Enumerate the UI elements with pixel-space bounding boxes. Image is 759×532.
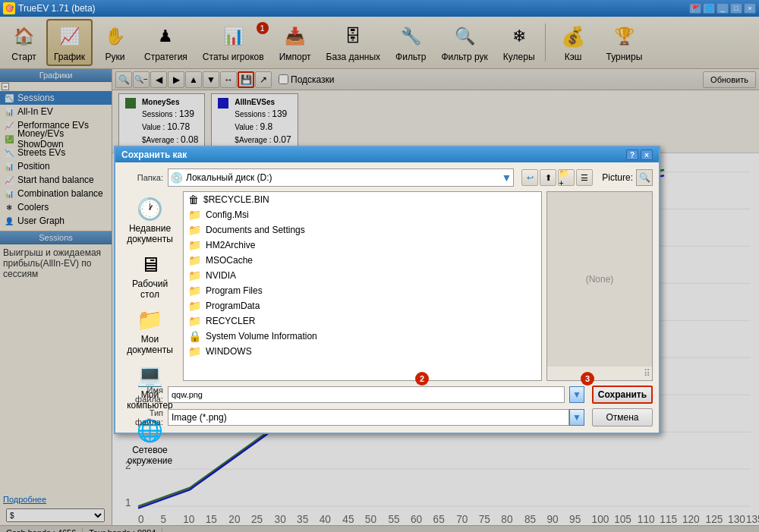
window-flag-icon: 🚩	[689, 3, 701, 14]
cancel-btn[interactable]: Отмена	[592, 408, 653, 427]
shortcut-desktop-label: Рабочий стол	[126, 279, 175, 300]
folder-icon: 📁	[188, 209, 201, 221]
dialog-overlay: Сохранить как ? × Папка: 💿 Локальный дис…	[0, 17, 759, 532]
picture-search-btn[interactable]: 🔍	[636, 169, 653, 186]
title-bar: 🎯 TrueEV 1.71 (beta) 🚩 🌐 _ □ ×	[0, 0, 759, 17]
list-item[interactable]: 📁WINDOWS	[184, 344, 541, 359]
window-controls: 🚩 🌐 _ □ ×	[689, 3, 756, 14]
picture-none-label: (None)	[586, 274, 614, 285]
folder-new[interactable]: 📁+	[558, 169, 575, 186]
list-item[interactable]: 🗑$RECYCLE.BIN	[184, 192, 541, 207]
list-item[interactable]: 📁MSOCache	[184, 253, 541, 268]
picture-panel: (None) ⠿	[546, 191, 653, 381]
folder-dropdown[interactable]: 💿 Локальный диск (D:) ▼	[168, 168, 514, 187]
shortcut-my-docs[interactable]: 📁 Мои документы	[124, 305, 177, 357]
folder-prog-icon: 📁	[188, 285, 201, 297]
list-item[interactable]: 📁Program Files	[184, 283, 541, 298]
list-item[interactable]: 📁Documents and Settings	[184, 222, 541, 238]
list-item[interactable]: 📁NVIDIA	[184, 268, 541, 283]
filename-dropdown-btn[interactable]: ▼	[569, 386, 584, 403]
list-item[interactable]: 📁Config.Msi	[184, 207, 541, 222]
save-btn[interactable]: Сохранить	[592, 386, 653, 404]
folder-dropdown-arrow: ▼	[501, 172, 512, 184]
folder-label: Папка:	[121, 173, 163, 182]
folder-value: Локальный диск (D:)	[186, 172, 272, 183]
filetype-dropdown-btn[interactable]: ▼	[569, 409, 584, 426]
window-minimize-btn[interactable]: _	[716, 3, 729, 14]
filetype-label: Тип файла:	[121, 408, 163, 427]
shortcut-panel: 🕐 Недавние документы 🖥 Рабочий стол 📁 Мо…	[121, 191, 178, 381]
folder-recycler-icon: 📁	[188, 315, 201, 327]
shortcut-network-label: Сетевое окружение	[126, 445, 175, 466]
shortcut-recent-label: Недавние документы	[126, 223, 175, 244]
save-dialog: Сохранить как ? × Папка: 💿 Локальный дис…	[114, 146, 660, 434]
window-close-btn[interactable]: ×	[744, 3, 756, 14]
app-title: TrueEV 1.71 (beta)	[18, 3, 96, 14]
picture-label: Picture:	[602, 172, 633, 183]
badge-2: 2	[415, 372, 429, 386]
my-docs-icon: 📁	[137, 307, 163, 332]
window-lang-icon: 🌐	[703, 3, 715, 14]
folder-windows-icon: 📁	[188, 345, 201, 357]
dialog-filename-row: Имя файла: ▼ Сохранить	[121, 386, 653, 404]
shortcut-my-docs-label: Мои документы	[126, 334, 175, 355]
shortcut-recent[interactable]: 🕐 Недавние документы	[124, 194, 177, 247]
filetype-value: Image (*.png)	[168, 409, 569, 426]
list-item[interactable]: 📁RECYCLER	[184, 313, 541, 329]
picture-preview: (None)	[547, 192, 652, 367]
folder-nav-up[interactable]: ⬆	[540, 169, 556, 186]
badge-3: 3	[581, 372, 594, 386]
list-item[interactable]: 📁ProgramData	[184, 298, 541, 313]
badge-2-container: 2	[415, 372, 429, 386]
badge-3-container: 3	[581, 372, 594, 386]
folder-progdata-icon: 📁	[188, 300, 201, 312]
desktop-icon: 🖥	[140, 252, 161, 277]
list-item[interactable]: 📁HM2Archive	[184, 238, 541, 253]
dialog-titlebar: Сохранить как ? ×	[115, 147, 659, 162]
folder-docs-icon: 📁	[188, 224, 201, 236]
resize-handle: ⠿	[644, 368, 650, 379]
dialog-help-btn[interactable]: ?	[626, 150, 638, 160]
shortcut-desktop[interactable]: 🖥 Рабочий стол	[124, 250, 177, 302]
file-panel: 🕐 Недавние документы 🖥 Рабочий стол 📁 Мо…	[121, 191, 653, 381]
app-icon: 🎯	[3, 2, 15, 14]
window-restore-btn[interactable]: □	[730, 3, 742, 14]
filename-input[interactable]	[168, 386, 565, 403]
lock-icon: 🔒	[188, 330, 201, 342]
dialog-body: Папка: 💿 Локальный диск (D:) ▼ ↩ ⬆ 📁+ ☰ …	[115, 162, 659, 433]
folder-hm2-icon: 📁	[188, 239, 201, 251]
recycle-bin-icon: 🗑	[188, 194, 199, 206]
dialog-filetype-row: Тип файла: Image (*.png) ▼ Отмена	[121, 408, 653, 427]
folder-view[interactable]: ☰	[576, 169, 593, 186]
my-computer-icon: 💻	[137, 363, 163, 388]
list-item[interactable]: 🔒System Volume Information	[184, 329, 541, 344]
filename-label: Имя файла:	[121, 386, 163, 404]
folder-mso-icon: 📁	[188, 254, 201, 266]
dialog-controls: ? ×	[626, 150, 653, 160]
folder-nav-back[interactable]: ↩	[521, 169, 538, 186]
folder-nvidia-icon: 📁	[188, 269, 201, 282]
dialog-title: Сохранить как	[121, 150, 187, 160]
dialog-close-btn[interactable]: ×	[641, 150, 653, 160]
dialog-folder-row: Папка: 💿 Локальный диск (D:) ▼ ↩ ⬆ 📁+ ☰ …	[121, 168, 653, 187]
file-list: 🗑$RECYCLE.BIN 📁Config.Msi 📁Documents and…	[183, 191, 542, 381]
recent-icon: 🕐	[137, 197, 163, 222]
